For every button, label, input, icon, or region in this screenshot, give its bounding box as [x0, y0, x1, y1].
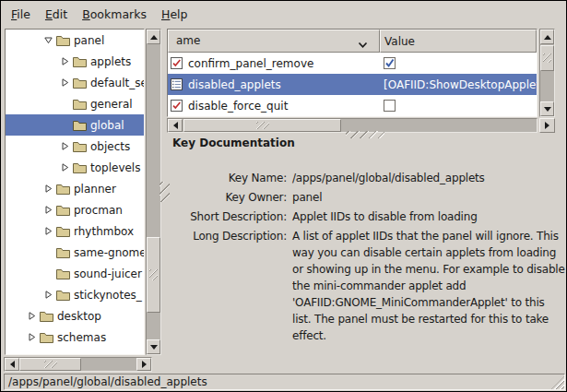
- menu-bookmarks-mnemonic: B: [82, 7, 90, 21]
- key-row-confirm-panel-remove[interactable]: confirm_panel_remove: [168, 53, 537, 74]
- key-name: disable_force_quit: [188, 100, 288, 113]
- expander-collapsed-icon[interactable]: [26, 312, 37, 320]
- column-header-value[interactable]: Value: [380, 30, 537, 53]
- expander-collapsed-icon[interactable]: [26, 333, 37, 341]
- tree-item-global-selected[interactable]: global: [6, 114, 144, 136]
- tree-item-applets[interactable]: applets: [6, 51, 144, 72]
- tree-item-objects[interactable]: objects: [6, 136, 144, 157]
- tree-item-same-gnome[interactable]: same-gnome: [6, 242, 144, 263]
- tree-vscroll-thumb[interactable]: [147, 237, 160, 313]
- expander-collapsed-icon[interactable]: [42, 206, 53, 214]
- tree-item-general[interactable]: general: [6, 93, 144, 114]
- folder-icon: [56, 247, 70, 258]
- menu-edit[interactable]: Edit: [38, 4, 75, 25]
- scroll-left-button[interactable]: [168, 119, 183, 132]
- tree-item-label: panel: [74, 34, 104, 47]
- doc-label-short-description: Short Description:: [172, 208, 287, 225]
- expander-collapsed-icon[interactable]: [59, 142, 70, 150]
- tree-item-planner[interactable]: planner: [6, 178, 144, 199]
- expander-expanded-icon[interactable]: [42, 36, 53, 44]
- menu-help-rest: elp: [170, 7, 187, 21]
- doc-label-long-description: Long Description:: [172, 228, 287, 344]
- folder-icon: [56, 226, 70, 237]
- doc-value-long-description: A list of applet IIDs that the panel wil…: [292, 228, 565, 344]
- column-header-name-label: Name: [176, 34, 200, 47]
- key-list-pane: Name Value confirm_panel_remove disabled…: [167, 29, 537, 117]
- menu-edit-rest: dit: [53, 7, 67, 21]
- arrow-up-icon: [544, 35, 551, 40]
- horizontal-pane-splitter[interactable]: [346, 131, 384, 138]
- keylist-hscroll-thumb[interactable]: [183, 119, 341, 132]
- scroll-left-button[interactable]: [5, 358, 19, 371]
- column-header-name[interactable]: Name: [168, 30, 380, 53]
- menubar: File Edit Bookmarks Help: [2, 2, 565, 26]
- menu-file-rest: ile: [17, 7, 30, 21]
- doc-label-key-owner: Key Owner:: [172, 189, 287, 206]
- statusbar-text: /apps/panel/global/disabled_applets: [8, 375, 207, 388]
- keylist-vertical-scrollbar[interactable]: [539, 29, 555, 117]
- doc-value-key-owner: panel: [292, 189, 565, 206]
- tree-item-schemas[interactable]: schemas: [6, 327, 144, 348]
- splitter-grip-icon: [346, 131, 384, 138]
- tree-item-label: applets: [90, 55, 131, 68]
- scroll-down-button[interactable]: [147, 339, 160, 354]
- tree-item-desktop[interactable]: desktop: [6, 305, 144, 327]
- tree-item-toplevels[interactable]: toplevels: [6, 157, 144, 178]
- splitter-grip-icon: [159, 182, 170, 202]
- key-row-disabled-applets-selected[interactable]: disabled_applets [OAFIID:ShowDesktopAppl…: [168, 74, 537, 95]
- menu-edit-mnemonic: E: [45, 7, 53, 21]
- tree-item-procman[interactable]: procman: [6, 199, 144, 220]
- tree-item-label: toplevels: [90, 161, 140, 174]
- menu-bookmarks[interactable]: Bookmarks: [75, 4, 154, 25]
- key-row-disable-force-quit[interactable]: disable_force_quit: [168, 95, 537, 116]
- tree-item-rhythmbox[interactable]: rhythmbox: [6, 220, 144, 242]
- doc-value-short-description: Applet IIDs to disable from loading: [292, 208, 565, 225]
- value-checkbox-checked[interactable]: [384, 57, 396, 69]
- tree-item-label: stickynotes_: [74, 289, 142, 302]
- scroll-up-button[interactable]: [540, 30, 554, 44]
- folder-icon: [40, 311, 53, 322]
- sort-indicator-icon: [358, 39, 368, 52]
- arrow-right-icon: [142, 361, 147, 368]
- folder-icon: [56, 35, 70, 46]
- key-name: confirm_panel_remove: [188, 57, 313, 70]
- value-checkbox-unchecked[interactable]: [384, 100, 396, 112]
- menu-help-mnemonic: H: [161, 7, 170, 21]
- menu-help[interactable]: Help: [154, 4, 195, 25]
- folder-icon: [40, 332, 53, 343]
- key-list-header: Name Value: [168, 30, 537, 53]
- tree-item-sound-juicer[interactable]: sound-juicer: [6, 263, 144, 284]
- menu-file[interactable]: File: [4, 4, 38, 25]
- thumb-grip-icon: [44, 361, 57, 368]
- keylist-vscroll-thumb[interactable]: [540, 45, 554, 71]
- arrow-up-icon: [150, 35, 158, 40]
- expander-collapsed-icon[interactable]: [59, 57, 70, 65]
- expander-collapsed-icon[interactable]: [42, 227, 53, 235]
- vertical-pane-splitter[interactable]: [159, 182, 170, 202]
- tree-item-stickynotes[interactable]: stickynotes_: [6, 284, 144, 305]
- folder-icon: [56, 290, 70, 301]
- scroll-up-button[interactable]: [147, 30, 160, 44]
- expander-collapsed-icon[interactable]: [59, 163, 70, 172]
- key-value-cell: [384, 53, 396, 74]
- expander-collapsed-icon[interactable]: [59, 78, 70, 87]
- tree-item-label: planner: [74, 183, 116, 196]
- tree-item-default-se[interactable]: default_se: [6, 72, 144, 93]
- scroll-right-button[interactable]: [539, 118, 555, 133]
- arrow-down-icon: [150, 345, 158, 350]
- thumb-grip-icon: [149, 269, 158, 280]
- doc-value-key-name: /apps/panel/global/disabled_applets: [292, 170, 565, 186]
- tree-horizontal-scrollbar[interactable]: [4, 357, 152, 372]
- tree-item-label: same-gnome: [74, 246, 145, 259]
- bool-key-icon: [171, 100, 183, 112]
- expander-collapsed-icon[interactable]: [42, 291, 53, 299]
- tree-hscroll-thumb[interactable]: [19, 358, 81, 371]
- gconf-editor-window: File Edit Bookmarks Help panel applets d…: [0, 0, 567, 392]
- scroll-right-button[interactable]: [136, 358, 151, 371]
- folder-icon: [73, 56, 87, 67]
- statusbar: /apps/panel/global/disabled_applets: [4, 374, 565, 390]
- folder-icon: [73, 162, 87, 173]
- scroll-down-button[interactable]: [540, 101, 554, 116]
- tree-item-panel[interactable]: panel: [6, 30, 144, 51]
- expander-collapsed-icon[interactable]: [42, 184, 53, 193]
